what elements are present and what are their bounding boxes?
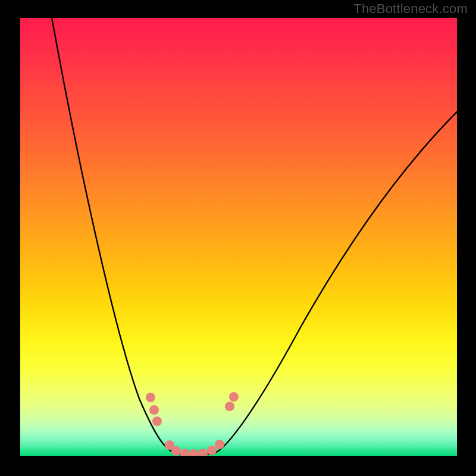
left-curve xyxy=(51,18,196,454)
watermark-text: TheBottleneck.com xyxy=(353,1,468,17)
data-point xyxy=(180,449,190,456)
data-point xyxy=(229,392,239,402)
data-point xyxy=(149,405,159,415)
chart-frame: TheBottleneck.com xyxy=(0,0,476,476)
data-point xyxy=(225,402,234,411)
data-point xyxy=(189,449,199,456)
data-point xyxy=(152,416,162,426)
data-point xyxy=(198,449,208,456)
data-point xyxy=(171,446,181,456)
data-point xyxy=(215,440,224,449)
data-point xyxy=(146,393,155,402)
right-curve xyxy=(196,111,457,454)
curve-layer xyxy=(20,18,457,456)
data-point xyxy=(207,446,217,455)
plot-area xyxy=(20,18,457,456)
